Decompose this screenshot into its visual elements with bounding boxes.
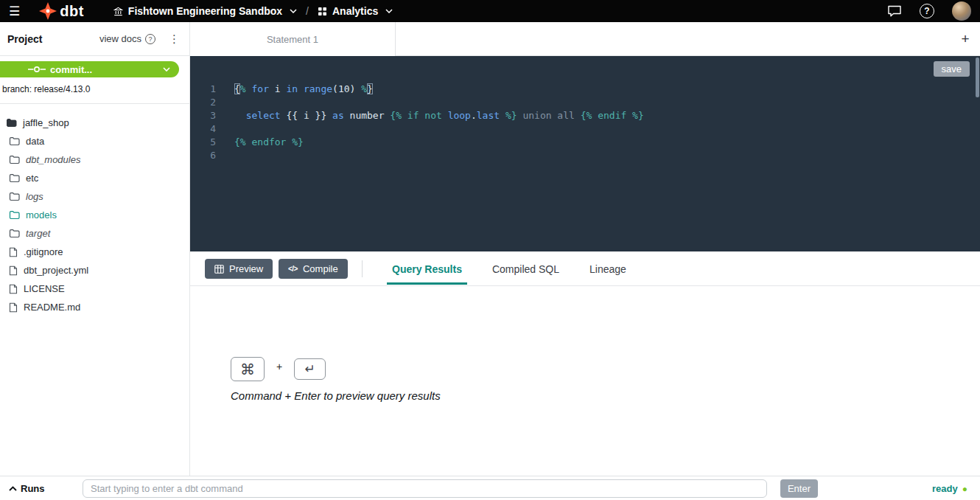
line-content: select {{ i }} as number {% if not loop.… — [216, 109, 644, 122]
enter-button[interactable]: Enter — [780, 479, 818, 498]
code-line[interactable]: 6 — [190, 149, 968, 162]
compile-button[interactable]: </> Compile — [279, 259, 348, 279]
line-content — [216, 96, 234, 109]
tree-item-readme-md[interactable]: README.md — [0, 298, 189, 316]
tree-item-label: data — [26, 136, 44, 147]
preview-button[interactable]: Preview — [205, 259, 273, 279]
account-selector[interactable]: Fishtown Engineering Sandbox — [113, 5, 297, 17]
project-selector[interactable]: Analytics — [318, 5, 393, 17]
line-content — [216, 149, 234, 162]
avatar[interactable] — [952, 1, 971, 21]
tree-item-label: .gitignore — [24, 246, 63, 257]
tree-item-dbt-project-yml[interactable]: dbt_project.yml — [0, 261, 189, 279]
code-line[interactable]: 4 — [190, 122, 968, 136]
dbt-logo[interactable]: dbt — [39, 2, 84, 20]
dbt-logo-text: dbt — [60, 3, 84, 20]
building-icon — [113, 7, 123, 16]
tree-item-jaffle-shop[interactable]: jaffle_shop — [0, 114, 189, 132]
status-indicator: ready ● — [932, 476, 967, 500]
line-number: 2 — [190, 96, 216, 109]
tree-item-label: etc — [26, 173, 38, 184]
folder-icon — [9, 173, 20, 183]
sidebar-divider — [0, 103, 189, 104]
file-icon — [9, 302, 18, 313]
line-content — [216, 122, 234, 136]
top-bar: ☰ dbt Fishtown Engineering Sandbox / Ana… — [0, 0, 980, 22]
line-number: 4 — [190, 122, 216, 136]
tree-item-label: target — [26, 228, 50, 239]
bottom-bar: Runs Enter ready ● — [0, 476, 980, 500]
tab-compiled-sql[interactable]: Compiled SQL — [492, 251, 559, 286]
chevron-up-icon — [9, 486, 17, 491]
chevron-down-icon — [290, 9, 297, 13]
tree-item-dbt-modules[interactable]: dbt_modules — [0, 150, 189, 169]
plus-sign: + — [276, 361, 282, 372]
tree-item-label: logs — [26, 191, 43, 202]
menu-icon[interactable]: ☰ — [9, 5, 20, 18]
code-line[interactable]: 1{% for i in range(10) %} — [190, 83, 968, 96]
status-text: ready — [932, 483, 958, 494]
status-dot-icon: ● — [962, 485, 967, 493]
tab-statement-1[interactable]: Statement 1 — [190, 22, 396, 56]
tree-item-label: dbt_project.yml — [24, 265, 88, 276]
editor-scrollbar[interactable] — [976, 58, 979, 97]
line-number: 6 — [190, 149, 216, 162]
tree-item-target[interactable]: target — [0, 224, 189, 243]
dbt-logo-mark-icon — [39, 2, 57, 20]
tab-query-results[interactable]: Query Results — [392, 251, 462, 286]
tree-item-license[interactable]: LICENSE — [0, 279, 189, 298]
folder-icon — [9, 155, 20, 164]
tree-item-label: dbt_modules — [26, 154, 80, 165]
runs-toggle[interactable]: Runs — [9, 476, 45, 500]
line-content: {% endfor %} — [216, 136, 304, 149]
folder-icon — [9, 229, 20, 238]
commit-button[interactable]: commit... — [0, 61, 179, 77]
tree-item-etc[interactable]: etc — [0, 169, 189, 187]
tree-item-data[interactable]: data — [0, 132, 189, 150]
grid-icon — [318, 7, 327, 16]
folder-icon — [9, 210, 20, 220]
dbt-cloud-ide: ☰ dbt Fishtown Engineering Sandbox / Ana… — [0, 0, 980, 500]
add-tab-button[interactable]: + — [956, 22, 974, 56]
topbar-actions: ? — [887, 1, 971, 21]
overflow-menu-icon[interactable]: ⋮ — [169, 32, 181, 46]
chevron-down-icon — [385, 9, 393, 13]
sidebar-title: Project — [7, 33, 42, 45]
tree-item-label: README.md — [24, 302, 80, 313]
runs-label: Runs — [21, 483, 45, 494]
code-line[interactable]: 5{% endfor %} — [190, 136, 968, 149]
line-number: 1 — [190, 83, 216, 96]
chat-icon[interactable] — [887, 4, 902, 18]
tree-item-models[interactable]: models — [0, 206, 189, 224]
commit-label: commit... — [50, 64, 92, 75]
code-line[interactable]: 2 — [190, 96, 968, 109]
chevron-down-icon[interactable] — [163, 67, 170, 72]
sidebar-header: Project view docs ? ⋮ — [0, 22, 189, 56]
save-button[interactable]: save — [934, 61, 970, 77]
enter-key-icon: ↵ — [294, 358, 326, 380]
results-toolbar: Preview </> Compile Query ResultsCompile… — [190, 251, 980, 286]
dbt-command-input[interactable] — [83, 479, 767, 498]
editor-tab-strip: Statement 1 + — [190, 22, 980, 56]
tab-lineage[interactable]: Lineage — [589, 251, 626, 286]
file-tree: jaffle_shopdatadbt_modulesetclogsmodelst… — [0, 114, 189, 316]
commit-icon — [28, 65, 46, 74]
code-editor[interactable]: save 1{% for i in range(10) %}23 select … — [190, 56, 980, 251]
file-icon — [9, 284, 18, 294]
project-name: Analytics — [332, 5, 378, 17]
account-name: Fishtown Engineering Sandbox — [128, 5, 282, 17]
line-number: 3 — [190, 109, 216, 122]
shortcut-hint: Command + Enter to preview query results — [231, 389, 441, 402]
tree-item--gitignore[interactable]: .gitignore — [0, 243, 189, 261]
tree-item-label: LICENSE — [24, 283, 65, 294]
help-icon[interactable]: ? — [920, 4, 934, 18]
branch-label: branch: release/4.13.0 — [2, 84, 189, 94]
tree-item-logs[interactable]: logs — [0, 187, 189, 206]
results-body: ⌘ + ↵ Command + Enter to preview query r… — [190, 286, 980, 476]
code-icon: </> — [288, 265, 298, 273]
command-key-icon: ⌘ — [231, 357, 265, 381]
sidebar: Project view docs ? ⋮ commit... branch: … — [0, 22, 190, 476]
view-docs-link[interactable]: view docs ? — [99, 33, 155, 44]
folder-icon — [9, 136, 20, 146]
code-line[interactable]: 3 select {{ i }} as number {% if not loo… — [190, 109, 968, 122]
